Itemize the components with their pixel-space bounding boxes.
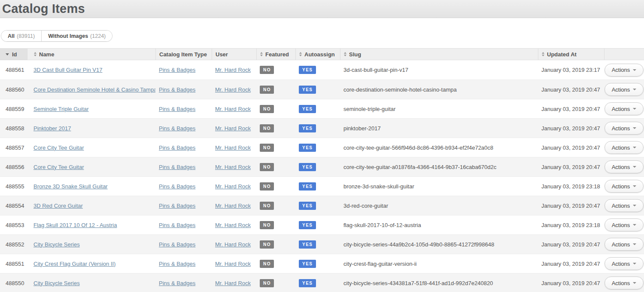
- item-catalog-item-type-link[interactable]: Pins & Badges: [159, 222, 195, 228]
- item-name-link[interactable]: Core Destination Seminole Hotel & Casino…: [33, 86, 155, 93]
- item-user-link[interactable]: Mr. Hard Rock: [215, 67, 251, 73]
- item-user-link[interactable]: Mr. Hard Rock: [215, 86, 251, 93]
- actions-button-label: Actions: [612, 222, 630, 228]
- item-catalog-item-type-link[interactable]: Pins & Badges: [159, 164, 195, 170]
- item-slug: 3d-cast-bull-guitar-pin-v17: [340, 60, 538, 80]
- caret-down-icon: [633, 147, 636, 148]
- column-header-featured[interactable]: Featured: [256, 49, 295, 60]
- actions-button[interactable]: Actions: [605, 122, 644, 135]
- filter-tab-all-label: All: [8, 33, 15, 39]
- column-header-slug-label: Slug: [349, 51, 361, 58]
- item-slug: pinktober-2017: [340, 119, 538, 138]
- actions-button-label: Actions: [612, 125, 630, 132]
- item-user-link[interactable]: Mr. Hard Rock: [215, 125, 251, 132]
- actions-button[interactable]: Actions: [605, 180, 644, 193]
- filter-tab-all[interactable]: All (83911): [1, 31, 41, 41]
- actions-button[interactable]: Actions: [605, 238, 644, 251]
- autoassign-badge: YES: [299, 240, 316, 249]
- autoassign-badge: YES: [299, 182, 316, 191]
- item-name-link[interactable]: Pinktober 2017: [33, 125, 71, 132]
- actions-button[interactable]: Actions: [605, 102, 644, 115]
- actions-button[interactable]: Actions: [605, 218, 644, 231]
- item-name-link[interactable]: Core City Tee Guitar: [33, 164, 84, 170]
- item-updated-at: January 03, 2019 20:47: [538, 138, 604, 157]
- filter-tab-group: All (83911) Without Images (1224): [1, 30, 112, 42]
- item-slug: bronze-3d-snake-skull-guitar: [340, 177, 538, 196]
- item-user-link[interactable]: Mr. Hard Rock: [215, 183, 251, 190]
- actions-button[interactable]: Actions: [605, 83, 644, 96]
- item-user-link[interactable]: Mr. Hard Rock: [215, 144, 251, 151]
- table-row: 488553 Flag Skull 2017 10 Of 12 - Austri…: [0, 215, 644, 234]
- featured-badge: NO: [260, 163, 274, 171]
- featured-badge: NO: [260, 144, 274, 152]
- sort-icon: [299, 52, 302, 56]
- actions-button[interactable]: Actions: [605, 277, 644, 289]
- item-catalog-item-type-link[interactable]: Pins & Badges: [159, 106, 195, 112]
- item-catalog-item-type-link[interactable]: Pins & Badges: [159, 183, 195, 190]
- item-name-link[interactable]: Seminole Triple Guitar: [33, 106, 89, 112]
- item-catalog-item-type-link[interactable]: Pins & Badges: [159, 241, 195, 248]
- item-user-link[interactable]: Mr. Hard Rock: [215, 203, 251, 209]
- column-header-slug[interactable]: Slug: [340, 49, 538, 60]
- column-header-name[interactable]: Name: [27, 49, 155, 60]
- table-row: 488550 City Bicycle Series Pins & Badges…: [0, 273, 644, 292]
- item-user-link[interactable]: Mr. Hard Rock: [215, 164, 251, 170]
- actions-button[interactable]: Actions: [605, 160, 644, 173]
- column-header-featured-label: Featured: [265, 51, 289, 58]
- table-header-row: Id Name Catalog Item Type User Featured …: [0, 48, 644, 60]
- item-catalog-item-type-link[interactable]: Pins & Badges: [159, 203, 195, 209]
- item-name-link[interactable]: Core City Tee Guitar: [33, 144, 84, 151]
- item-catalog-item-type-link[interactable]: Pins & Badges: [159, 86, 195, 93]
- column-header-id-label: Id: [12, 51, 17, 58]
- item-id: 488556: [0, 157, 27, 176]
- table-row: 488561 3D Cast Bull Guitar Pin V17 Pins …: [0, 60, 644, 80]
- catalog-items-table: Id Name Catalog Item Type User Featured …: [0, 48, 644, 292]
- actions-button[interactable]: Actions: [605, 257, 644, 270]
- item-name-link[interactable]: 3D Cast Bull Guitar Pin V17: [33, 67, 102, 73]
- item-updated-at: January 03, 2019 20:47: [538, 119, 604, 138]
- column-header-autoassign[interactable]: Autoassign: [295, 49, 340, 60]
- item-user-link[interactable]: Mr. Hard Rock: [215, 106, 251, 112]
- item-user-link[interactable]: Mr. Hard Rock: [215, 241, 251, 248]
- filter-tab-all-count: (83911): [17, 33, 35, 39]
- autoassign-badge: YES: [299, 202, 316, 210]
- page-header: Catalog Items: [0, 0, 644, 18]
- caret-down-icon: [633, 185, 636, 187]
- actions-button[interactable]: Actions: [605, 64, 644, 77]
- item-id: 488560: [0, 80, 27, 99]
- actions-button-label: Actions: [612, 67, 630, 73]
- item-name-link[interactable]: City Bicycle Series: [33, 280, 80, 286]
- item-id: 488561: [0, 60, 27, 80]
- autoassign-badge: YES: [299, 279, 316, 287]
- actions-button[interactable]: Actions: [605, 141, 644, 154]
- actions-button[interactable]: Actions: [605, 199, 644, 212]
- item-catalog-item-type-link[interactable]: Pins & Badges: [159, 261, 195, 267]
- item-catalog-item-type-link[interactable]: Pins & Badges: [159, 67, 195, 73]
- actions-button-label: Actions: [612, 280, 630, 286]
- item-name-link[interactable]: City Bicycle Series: [33, 241, 80, 248]
- item-catalog-item-type-link[interactable]: Pins & Badges: [159, 125, 195, 132]
- column-header-name-label: Name: [39, 51, 54, 58]
- autoassign-badge: YES: [299, 221, 316, 229]
- item-name-link[interactable]: City Crest Flag Guitar (Version II): [33, 261, 115, 267]
- featured-badge: NO: [260, 260, 274, 268]
- sort-icon: [344, 52, 346, 56]
- item-slug: flag-skull-2017-10-of-12-austria: [340, 215, 538, 234]
- item-user-link[interactable]: Mr. Hard Rock: [215, 261, 251, 267]
- column-header-updated-at[interactable]: Updated At: [538, 49, 604, 60]
- item-catalog-item-type-link[interactable]: Pins & Badges: [159, 144, 195, 151]
- item-name-link[interactable]: Bronze 3D Snake Skull Guitar: [33, 183, 108, 190]
- filter-tab-without-images[interactable]: Without Images (1224): [41, 31, 112, 41]
- item-user-link[interactable]: Mr. Hard Rock: [215, 222, 251, 228]
- caret-down-icon: [633, 243, 636, 245]
- item-name-link[interactable]: 3D Red Core Guitar: [33, 203, 83, 209]
- caret-down-icon: [633, 205, 636, 206]
- column-header-actions: [604, 49, 644, 60]
- column-header-id[interactable]: Id: [0, 49, 27, 60]
- item-catalog-item-type-link[interactable]: Pins & Badges: [159, 280, 195, 286]
- item-updated-at: January 03, 2019 23:18: [538, 215, 604, 234]
- autoassign-badge: YES: [299, 260, 316, 268]
- item-slug: city-crest-flag-guitar-version-ii: [340, 254, 538, 273]
- item-name-link[interactable]: Flag Skull 2017 10 Of 12 - Austria: [33, 222, 117, 228]
- item-user-link[interactable]: Mr. Hard Rock: [215, 280, 251, 286]
